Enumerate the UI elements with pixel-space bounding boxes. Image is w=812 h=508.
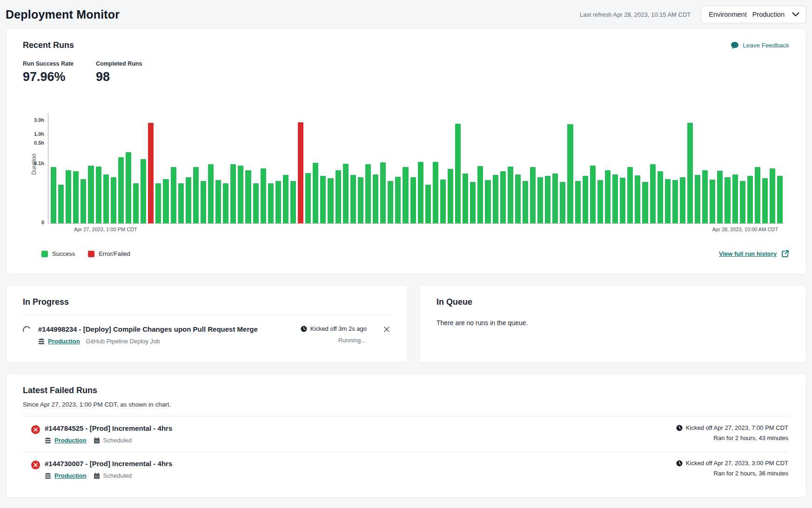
chart-bar[interactable] — [687, 123, 693, 223]
leave-feedback-link[interactable]: Leave Feedback — [731, 41, 789, 49]
chart-bar[interactable] — [133, 183, 139, 223]
chart-bar[interactable] — [305, 173, 311, 223]
environment-dropdown[interactable]: Environment Production — [701, 6, 806, 23]
chart-bar[interactable] — [268, 183, 274, 223]
chart-bar[interactable] — [612, 174, 618, 223]
chart-bar[interactable] — [388, 181, 393, 223]
chart-bar[interactable] — [777, 176, 783, 223]
chart-bar[interactable] — [358, 177, 363, 223]
chart-bar[interactable] — [477, 166, 483, 223]
chart-bar[interactable] — [403, 167, 408, 223]
chart-bar[interactable] — [186, 177, 191, 223]
chart-bar[interactable] — [313, 163, 318, 223]
chart-bar[interactable] — [103, 174, 109, 223]
chart-bar[interactable] — [590, 166, 596, 223]
chart-bar[interactable] — [672, 180, 678, 223]
chart-bar[interactable] — [51, 167, 56, 223]
chart-bar[interactable] — [702, 170, 708, 223]
chart-bar[interactable] — [141, 159, 146, 223]
chart-bar[interactable] — [755, 167, 760, 223]
chart-bar[interactable] — [537, 177, 543, 223]
chart-bar[interactable] — [111, 177, 116, 223]
chart-bar[interactable] — [425, 185, 431, 223]
chart-bar[interactable] — [336, 170, 341, 223]
chart-bar[interactable] — [283, 175, 289, 223]
chart-bar[interactable] — [732, 174, 738, 223]
chart-bar[interactable] — [343, 164, 349, 223]
chart-bar[interactable] — [245, 170, 251, 223]
chart-bar[interactable] — [440, 180, 446, 223]
environment-link[interactable]: Production — [54, 472, 87, 479]
chart-bar[interactable] — [126, 152, 131, 223]
chart-bar[interactable] — [717, 171, 723, 223]
chart-bar[interactable] — [463, 174, 468, 223]
chart-bar[interactable] — [620, 178, 625, 223]
chart-bar[interactable] — [230, 164, 236, 223]
chart-bar[interactable] — [66, 170, 71, 223]
chart-bar[interactable] — [605, 170, 611, 223]
chart-bar[interactable] — [193, 167, 199, 223]
chart-bar[interactable] — [470, 182, 476, 223]
chart-bar[interactable] — [395, 177, 401, 223]
chart-bar[interactable] — [171, 167, 176, 223]
chart-bar[interactable] — [215, 180, 221, 223]
chart-bar[interactable] — [560, 182, 565, 223]
chart-bar[interactable] — [500, 171, 506, 223]
chart-bar[interactable] — [485, 180, 490, 223]
chart-bar[interactable] — [725, 177, 730, 223]
chart-bar[interactable] — [508, 167, 513, 223]
chart-bar[interactable] — [665, 179, 671, 223]
chart-bar[interactable] — [747, 176, 753, 223]
chart-bar[interactable] — [545, 176, 550, 223]
chart-bar[interactable] — [635, 175, 640, 223]
chart-bar[interactable] — [290, 181, 296, 223]
chart-bar[interactable] — [642, 182, 648, 223]
chart-bar[interactable] — [238, 166, 243, 223]
chart-bar[interactable] — [650, 164, 656, 223]
chart-bar[interactable] — [680, 177, 685, 223]
chart-bar[interactable] — [81, 179, 86, 223]
chart-bar[interactable] — [261, 168, 266, 223]
chart-bar[interactable] — [178, 183, 184, 223]
chart-bar[interactable] — [740, 181, 745, 223]
chart-bar[interactable] — [88, 166, 94, 223]
chart-bar[interactable] — [328, 178, 333, 223]
chart-bar[interactable] — [530, 167, 536, 223]
chart-bar[interactable] — [96, 167, 101, 223]
chart-bar[interactable] — [493, 175, 498, 223]
chart-bar[interactable] — [163, 179, 168, 223]
chart-bar[interactable] — [762, 178, 768, 223]
chart-bar[interactable] — [583, 176, 588, 223]
environment-link[interactable]: Production — [54, 437, 87, 444]
chart-bar[interactable] — [320, 176, 326, 223]
chart-bar[interactable] — [118, 157, 124, 223]
chart-bar[interactable] — [410, 177, 416, 223]
chart-bar[interactable] — [155, 183, 161, 223]
chart-bar[interactable] — [253, 183, 259, 223]
close-icon[interactable] — [383, 325, 391, 335]
chart-bar[interactable] — [275, 181, 281, 223]
chart-bar[interactable] — [201, 181, 206, 223]
chart-bar[interactable] — [658, 171, 663, 223]
chart-bar[interactable] — [448, 169, 453, 223]
chart-bar[interactable] — [515, 174, 521, 223]
chart-bar[interactable] — [770, 168, 775, 223]
chart-bar[interactable] — [380, 162, 386, 223]
chart-bar[interactable] — [223, 183, 228, 223]
chart-bar[interactable] — [208, 164, 214, 223]
chart-bar[interactable] — [710, 180, 715, 223]
chart-bar[interactable] — [418, 162, 423, 223]
chart-bar[interactable] — [350, 175, 356, 223]
chart-bar[interactable] — [523, 181, 528, 223]
chart-bar[interactable] — [148, 123, 154, 223]
chart-bar[interactable] — [373, 174, 378, 223]
view-run-history-link[interactable]: View full run history — [719, 250, 789, 258]
chart-bar[interactable] — [298, 122, 303, 223]
chart-bar[interactable] — [627, 167, 633, 223]
environment-link[interactable]: Production — [48, 338, 80, 345]
chart-bar[interactable] — [365, 164, 371, 223]
chart-bar[interactable] — [575, 181, 581, 223]
chart-bar[interactable] — [567, 124, 573, 223]
chart-bar[interactable] — [552, 174, 558, 223]
chart-bar[interactable] — [58, 185, 64, 223]
